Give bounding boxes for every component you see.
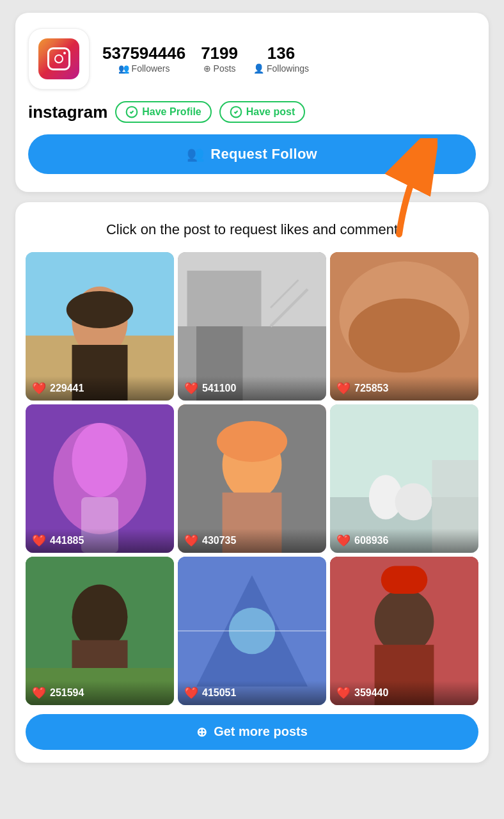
followers-stat: 537594446 👥 Followers [102, 44, 185, 74]
like-count: 229441 [50, 383, 84, 394]
svg-point-24 [217, 421, 287, 462]
like-count: 725853 [354, 383, 388, 394]
post-item[interactable]: ❤️ 415051 [178, 557, 326, 705]
post-overlay: ❤️ 430735 [178, 529, 326, 553]
get-more-posts-button[interactable]: ⊕ Get more posts [26, 714, 478, 750]
svg-point-28 [395, 483, 432, 520]
heart-icon: ❤️ [184, 686, 198, 700]
post-overlay: ❤️ 251594 [26, 681, 174, 705]
post-item[interactable]: ❤️ 359440 [330, 557, 478, 705]
have-profile-badge: Have Profile [115, 101, 211, 123]
post-item[interactable]: ❤️ 725853 [330, 252, 478, 401]
ig-camera-lens [54, 54, 63, 63]
plus-circle-icon: ⊕ [196, 724, 207, 740]
heart-icon: ❤️ [32, 534, 46, 548]
followers-icon: 👥 [118, 63, 129, 74]
posts-icon: ⊕ [203, 63, 211, 74]
post-item[interactable]: ❤️ 441885 [26, 404, 174, 553]
posts-count: 7199 [201, 44, 238, 63]
like-count: 415051 [202, 687, 236, 699]
svg-rect-41 [381, 566, 428, 594]
check-circle-icon-2 [230, 106, 242, 118]
like-count: 359440 [354, 687, 388, 699]
followings-label: 👤 Followings [253, 63, 309, 74]
request-follow-button[interactable]: 👥 Request Follow [28, 134, 476, 174]
followings-icon: 👤 [253, 63, 264, 74]
svg-rect-11 [187, 271, 262, 326]
post-overlay: ❤️ 541100 [178, 376, 326, 401]
instagram-logo [28, 28, 90, 90]
heart-icon: ❤️ [336, 534, 350, 548]
profile-card: 537594446 👥 Followers 7199 ⊕ Posts 136 👤… [15, 13, 489, 192]
post-overlay: ❤️ 229441 [26, 376, 174, 401]
post-overlay: ❤️ 415051 [178, 681, 326, 705]
profile-name-row: instagram Have Profile Have post [28, 101, 476, 123]
posts-card: Click on the post to request likes and c… [15, 202, 489, 763]
svg-point-31 [72, 584, 128, 649]
stats-row: 537594446 👥 Followers 7199 ⊕ Posts 136 👤… [102, 44, 476, 74]
post-item[interactable]: ❤️ 541100 [178, 252, 326, 401]
ig-camera-frame [47, 47, 70, 70]
heart-icon: ❤️ [184, 534, 198, 548]
post-overlay: ❤️ 359440 [330, 681, 478, 705]
followers-label: 👥 Followers [118, 63, 170, 74]
posts-stat: 7199 ⊕ Posts [201, 44, 238, 74]
post-overlay: ❤️ 608936 [330, 529, 478, 553]
post-item[interactable]: ❤️ 251594 [26, 557, 174, 705]
post-item[interactable]: ❤️ 608936 [330, 404, 478, 553]
heart-icon: ❤️ [32, 686, 46, 700]
heart-icon: ❤️ [336, 381, 350, 395]
like-count: 608936 [354, 535, 388, 546]
post-item[interactable]: ❤️ 430735 [178, 404, 326, 553]
follow-icon: 👥 [187, 146, 204, 163]
heart-icon: ❤️ [32, 381, 46, 395]
followings-count: 136 [267, 44, 295, 63]
like-count: 541100 [202, 383, 236, 394]
have-post-badge: Have post [219, 101, 305, 123]
like-count: 251594 [50, 687, 84, 699]
post-item[interactable]: ❤️ 229441 [26, 252, 174, 401]
ig-camera-dot [63, 52, 66, 54]
svg-point-7 [67, 291, 133, 328]
profile-top-section: 537594446 👥 Followers 7199 ⊕ Posts 136 👤… [28, 28, 476, 90]
like-count: 430735 [202, 535, 236, 546]
post-overlay: ❤️ 441885 [26, 529, 174, 553]
heart-icon: ❤️ [336, 686, 350, 700]
svg-point-19 [72, 423, 128, 497]
profile-name: instagram [28, 102, 107, 122]
post-overlay: ❤️ 725853 [330, 376, 478, 401]
posts-grid: ❤️ 229441 ❤️ 541100 [26, 252, 478, 705]
posts-label: ⊕ Posts [203, 63, 236, 74]
posts-instruction: Click on the post to request likes and c… [26, 220, 478, 239]
svg-point-39 [375, 589, 434, 654]
followers-count: 537594446 [102, 44, 185, 63]
heart-icon: ❤️ [184, 381, 198, 395]
like-count: 441885 [50, 535, 84, 546]
check-circle-icon [125, 106, 138, 118]
svg-point-16 [349, 298, 460, 372]
ig-gradient-icon [38, 38, 79, 79]
followings-stat: 136 👤 Followings [253, 44, 309, 74]
